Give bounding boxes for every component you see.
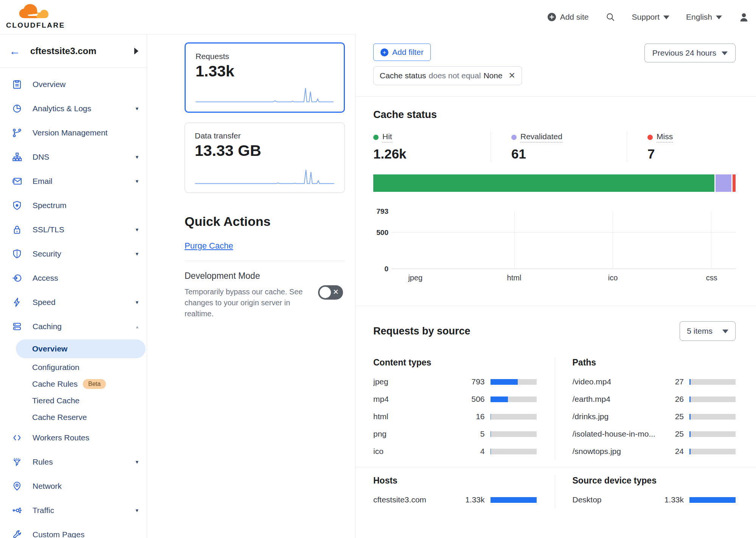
hit-label[interactable]: Hit (382, 132, 392, 143)
chevron-down-icon (663, 16, 669, 19)
row-bar-fill (491, 497, 537, 503)
table-row[interactable]: html 16 (373, 408, 537, 425)
row-label: ico (373, 447, 461, 456)
table-row[interactable]: /isolated-house-in-mo... 25 (573, 425, 736, 443)
row-bar-fill (689, 449, 691, 454)
row-label: Desktop (573, 495, 660, 504)
table-row[interactable]: jpeg 793 (373, 373, 537, 390)
time-range-dropdown[interactable]: Previous 24 hours (644, 44, 736, 62)
back-arrow-icon[interactable]: ← (9, 45, 20, 57)
sidebar-item-spectrum[interactable]: Spectrum (0, 193, 147, 218)
cache-status-stats: Hit 1.26k Revalidated 61 Miss 7 (373, 132, 736, 162)
sidebar-item-analytics-logs[interactable]: Analytics & Logs ▾ (0, 96, 147, 121)
row-value: 16 (461, 412, 485, 421)
revalidated-label[interactable]: Revalidated (520, 132, 562, 143)
items-count-dropdown[interactable]: 5 items (680, 321, 736, 341)
row-bar-track (689, 449, 736, 454)
content-types-panel: Content types jpeg 793 mp4 506 html 16 (373, 358, 555, 460)
sidebar-item-traffic[interactable]: Traffic ▾ (0, 498, 147, 522)
language-menu[interactable]: English (686, 12, 722, 22)
requests-metric-card[interactable]: Requests 1.33k (185, 42, 345, 113)
row-value: 25 (660, 429, 684, 438)
submenu-item-label: Tiered Cache (32, 396, 79, 405)
cloudflare-logo[interactable]: CLOUDFLARE (6, 3, 63, 30)
sidebar-item-label: DNS (33, 152, 135, 162)
sidebar-item-cache-reserve[interactable]: Cache Reserve (0, 409, 147, 426)
development-mode-toggle[interactable]: ✕ (318, 285, 343, 300)
table-row[interactable]: /drinks.jpg 25 (573, 408, 736, 425)
add-filter-label: Add filter (392, 48, 424, 57)
row-bar-fill (491, 431, 491, 437)
x-tick-label (442, 274, 487, 282)
sidebar-item-cache-rules[interactable]: Cache Rules Beta (0, 376, 147, 392)
y-tick-label: 0 (384, 265, 388, 273)
row-label: /isolated-house-in-mo... (573, 429, 660, 438)
sidebar-item-speed[interactable]: Speed ▾ (0, 290, 147, 314)
beta-badge: Beta (83, 379, 106, 389)
table-row[interactable]: cftestsite3.com 1.33k (373, 491, 537, 508)
stat-hit: Hit 1.26k (373, 132, 477, 162)
sidebar-item-custom-pages[interactable]: Custom Pages (0, 522, 147, 538)
add-site-button[interactable]: Add site (547, 12, 589, 22)
support-menu[interactable]: Support (632, 12, 670, 22)
row-bar-fill (689, 431, 691, 437)
table-row[interactable]: ico 4 (373, 443, 537, 460)
sidebar-item-rules[interactable]: Rules ▾ (0, 450, 147, 474)
row-label: /drinks.jpg (573, 412, 660, 421)
stacked-segment-revalidated (716, 174, 732, 192)
table-row[interactable]: Desktop 1.33k (573, 491, 736, 508)
cloudflare-logo-text: CLOUDFLARE (6, 21, 63, 30)
sidebar-item-ssl-tls[interactable]: SSL/TLS ▾ (0, 218, 147, 242)
sidebar-item-caching[interactable]: Caching ▴ (0, 314, 147, 339)
search-button[interactable] (605, 12, 615, 22)
row-value: 26 (660, 395, 684, 404)
quick-actions-title: Quick Actions (185, 214, 345, 229)
row-bar-track (491, 414, 537, 420)
location-pin-icon (12, 481, 23, 491)
sidebar-item-tiered-cache[interactable]: Tiered Cache (0, 392, 147, 409)
chart-y-axis: 7935000 (373, 211, 391, 269)
row-value: 5 (461, 429, 485, 438)
language-label: English (686, 12, 712, 22)
table-row[interactable]: /snowtops.jpg 24 (573, 443, 736, 460)
sidebar-item-access[interactable]: Access (0, 266, 147, 290)
row-value: 506 (461, 395, 485, 404)
funnel-icon (12, 457, 23, 467)
site-name: cftestsite3.com (30, 46, 134, 56)
purge-cache-link[interactable]: Purge Cache (185, 241, 233, 251)
sidebar-item-network[interactable]: Network (0, 474, 147, 498)
filter-value: None (483, 71, 502, 80)
sidebar-item-label: Rules (33, 457, 135, 466)
chart-plot-area (391, 211, 736, 269)
sidebar-item-caching-configuration[interactable]: Configuration (0, 359, 147, 376)
row-bar-track (689, 414, 736, 420)
sidebar-item-security[interactable]: Security ▾ (0, 242, 147, 266)
row-bar-fill (491, 449, 491, 454)
hosts-title: Hosts (373, 476, 537, 486)
device-types-panel: Source device types Desktop 1.33k (555, 476, 736, 508)
y-tick-label: 793 (376, 207, 388, 216)
data-transfer-metric-card[interactable]: Data transfer 13.33 GB (185, 123, 345, 193)
row-bar-fill (689, 497, 736, 503)
sidebar-item-workers-routes[interactable]: Workers Routes (0, 426, 147, 450)
add-filter-button[interactable]: + Add filter (373, 44, 431, 61)
miss-label[interactable]: Miss (657, 132, 673, 143)
table-row[interactable]: png 5 (373, 425, 537, 443)
table-row[interactable]: mp4 506 (373, 390, 537, 408)
remove-filter-icon[interactable]: ✕ (509, 71, 515, 81)
requests-card-label: Requests (196, 52, 334, 61)
site-sidebar: ← cftestsite3.com Overview Analytics & L… (0, 34, 147, 538)
sidebar-item-caching-overview[interactable]: Overview (16, 339, 146, 358)
requests-sparkline (194, 84, 335, 106)
sidebar-item-version-management[interactable]: Version Management (0, 121, 147, 145)
row-bar-track (689, 379, 736, 385)
account-menu[interactable] (739, 12, 749, 22)
hosts-devices-section: Hosts cftestsite3.com 1.33k Source devic… (355, 467, 756, 508)
chevron-right-icon[interactable] (134, 48, 138, 54)
sidebar-item-dns[interactable]: DNS ▾ (0, 145, 147, 169)
sidebar-item-overview[interactable]: Overview (0, 72, 147, 96)
sidebar-item-email[interactable]: Email ▾ (0, 169, 147, 193)
table-row[interactable]: /earth.mp4 26 (573, 390, 736, 408)
table-row[interactable]: /video.mp4 27 (573, 373, 736, 390)
clipboard-icon (12, 79, 23, 90)
